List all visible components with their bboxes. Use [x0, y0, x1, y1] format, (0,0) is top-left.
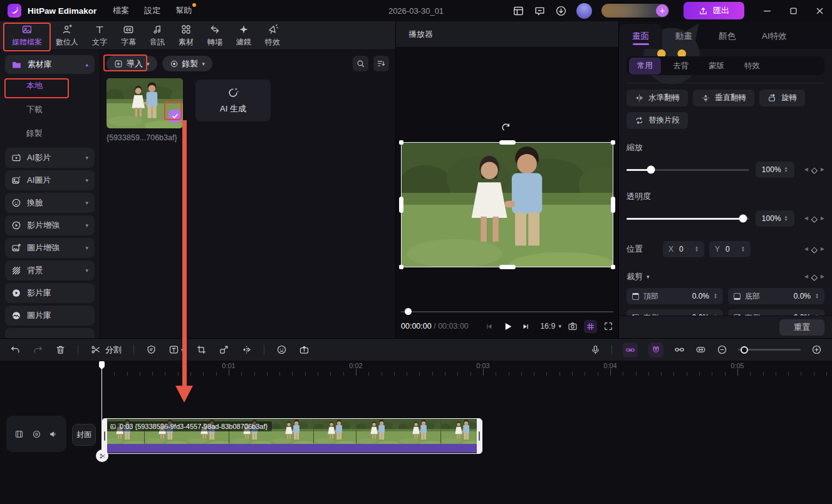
resize-handle[interactable] [399, 140, 403, 145]
timeline-clip[interactable]: 0:03 {59338596-9fd3-4557-98ad-83b08706b3… [101, 418, 482, 454]
stepper-icon[interactable]: ▲▼ [695, 246, 699, 252]
playhead-scissors-icon[interactable] [96, 450, 108, 462]
rotate-handle-icon[interactable] [501, 123, 512, 134]
sidebar-item-partial[interactable] [5, 328, 95, 338]
resize-handle[interactable] [611, 197, 615, 213]
redo-icon[interactable] [33, 344, 43, 355]
record-button[interactable]: 錄製 ▾ [162, 56, 213, 71]
position-y-field[interactable]: Y0▲▼ [709, 241, 751, 257]
crop-left-field[interactable]: 左側0.0%▲▼ [627, 309, 723, 316]
keyframe-diamond-icon[interactable]: ◇ [811, 215, 818, 223]
tab-transition[interactable]: 轉場 [200, 24, 229, 48]
sort-button[interactable] [373, 56, 389, 71]
player-stage[interactable]: 00:00:00 / 00:03:00 16:9▾ [396, 48, 618, 338]
menu-help[interactable]: 幫助 [175, 5, 192, 16]
keyframe-next-icon[interactable]: ▶ [821, 216, 824, 221]
play-button[interactable] [501, 321, 513, 332]
crop-tool-icon[interactable] [196, 344, 207, 355]
tab-digital-human[interactable]: 數位人 [49, 24, 85, 48]
unlink-icon[interactable] [674, 344, 685, 355]
tab-filter[interactable]: 濾鏡 [229, 24, 258, 48]
subtab-remove-bg[interactable]: 去背 [665, 58, 697, 75]
playhead[interactable] [99, 361, 105, 369]
position-keyframe-controls[interactable]: ◀◇▶ [804, 245, 824, 254]
mirror-tool-icon[interactable] [241, 344, 252, 355]
keyframe-next-icon[interactable]: ▶ [821, 167, 824, 172]
media-thumbnail[interactable] [107, 78, 183, 128]
stepper-icon[interactable]: ▲▼ [741, 246, 745, 252]
clip-trim-handle-left[interactable] [102, 419, 107, 453]
track-mute-icon[interactable] [49, 429, 58, 439]
grid-toggle[interactable] [584, 320, 597, 333]
resize-handle[interactable] [399, 197, 403, 213]
replace-clip-button[interactable]: 替換片段 [627, 112, 688, 129]
keyframe-diamond-icon[interactable]: ◇ [811, 166, 818, 174]
next-frame-button[interactable] [521, 322, 530, 331]
seek-bar[interactable] [401, 308, 613, 316]
delete-icon[interactable] [55, 344, 66, 355]
import-button[interactable]: 導入 ▾ [107, 56, 157, 71]
resize-handle[interactable] [611, 140, 615, 145]
stepper-icon[interactable]: ▲▼ [815, 314, 819, 316]
zoom-slider-knob[interactable] [741, 346, 748, 354]
scale-value[interactable]: 100%▲▼ [756, 162, 794, 178]
menu-settings[interactable]: 設定 [144, 5, 160, 16]
keyframe-prev-icon[interactable]: ◀ [804, 216, 808, 221]
prev-frame-button[interactable] [484, 322, 494, 331]
selected-check-badge[interactable] [169, 110, 182, 123]
crop-right-field[interactable]: 右側0.0%▲▼ [728, 309, 824, 316]
resize-handle[interactable] [611, 265, 615, 269]
layout-panels-icon[interactable] [512, 5, 524, 17]
tab-effects[interactable]: 特效 [258, 24, 287, 48]
tab-ai-effects[interactable]: AI特效 [749, 24, 800, 49]
sidebar-item-image-enhance[interactable]: 圖片增強▾ [5, 238, 95, 258]
face-swap-tool-icon[interactable] [276, 344, 287, 355]
resize-handle[interactable] [499, 140, 516, 145]
cover-button[interactable]: 封面 [72, 424, 96, 446]
subtab-mask[interactable]: 蒙版 [700, 58, 732, 75]
crop-top-field[interactable]: 頂部0.0%▲▼ [627, 288, 723, 304]
sidebar-item-record[interactable]: 錄製 [5, 121, 95, 145]
scale-slider[interactable] [627, 169, 749, 171]
ai-generate-card[interactable]: AI 生成 [195, 80, 271, 121]
rotate-button[interactable]: 旋轉 [759, 90, 805, 106]
tab-media-file[interactable]: 媒體檔案 [5, 24, 49, 48]
sidebar-item-local[interactable]: 本地 [5, 74, 95, 98]
opacity-slider[interactable] [627, 218, 749, 220]
seek-knob[interactable] [405, 308, 412, 315]
tab-subtitle[interactable]: 字幕 [114, 24, 143, 48]
sidebar-item-background[interactable]: 背景▾ [5, 260, 95, 280]
position-x-field[interactable]: X0▲▼ [663, 241, 704, 257]
fullscreen-icon[interactable] [603, 321, 613, 331]
fit-timeline-icon[interactable] [695, 344, 706, 355]
menu-file[interactable]: 檔案 [113, 5, 129, 16]
add-account-icon[interactable]: + [656, 4, 668, 17]
scale-slider-knob[interactable] [647, 166, 655, 174]
sidebar-item-library[interactable]: 素材庫 ▴ [5, 55, 95, 74]
crop-keyframe-controls[interactable]: ◀◇▶ [804, 273, 824, 281]
maximize-button[interactable] [789, 6, 798, 16]
chevron-down-icon[interactable]: ▾ [647, 274, 650, 280]
link-clips-toggle[interactable] [623, 342, 638, 357]
opacity-slider-knob[interactable] [739, 215, 747, 223]
stepper-icon[interactable]: ▲▼ [784, 167, 788, 173]
tab-audio[interactable]: 音訊 [143, 24, 172, 48]
split-button[interactable]: 分割 [90, 344, 122, 356]
track-type-icon[interactable] [14, 429, 24, 439]
keyframe-prev-icon[interactable]: ◀ [804, 167, 808, 172]
feedback-icon[interactable] [534, 5, 546, 17]
sidebar-item-video-library[interactable]: 影片庫 [5, 283, 95, 303]
export-frame-icon[interactable] [299, 344, 309, 355]
sidebar-item-ai-video[interactable]: AI影片▾ [5, 148, 95, 168]
sidebar-item-download[interactable]: 下載 [5, 98, 95, 121]
search-button[interactable] [353, 56, 368, 71]
resize-handle[interactable] [499, 265, 516, 269]
download-icon[interactable] [555, 5, 567, 17]
avatar[interactable] [576, 3, 592, 19]
stepper-icon[interactable]: ▲▼ [714, 293, 717, 299]
voiceover-mic-icon[interactable] [590, 344, 601, 355]
zoom-in-icon[interactable] [811, 344, 822, 355]
tab-text[interactable]: 文字 [85, 24, 114, 48]
tab-picture[interactable]: 畫面 [619, 24, 662, 49]
flip-horizontal-button[interactable]: 水準翻轉 [627, 90, 688, 106]
